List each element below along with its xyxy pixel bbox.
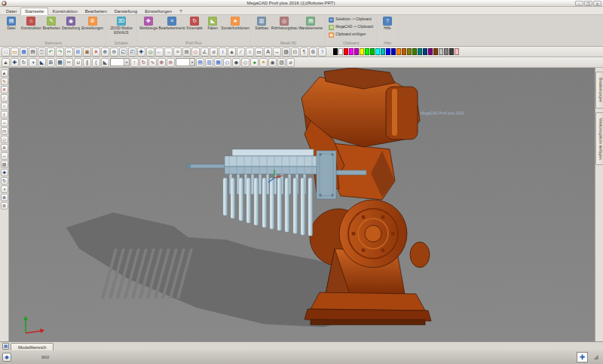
print-icon[interactable]: ▤ (29, 47, 37, 57)
arc-tool-icon[interactable]: ( (1, 111, 8, 118)
tab-bearbeiten[interactable]: Bearbeiten (81, 8, 111, 14)
color-swatch[interactable] (365, 48, 369, 55)
linewidth-combo[interactable]: ▾ (176, 58, 195, 66)
cut-icon[interactable]: ✂ (65, 47, 73, 57)
color-swatch[interactable] (338, 48, 343, 55)
zoom-in-icon[interactable]: ⊕ (101, 47, 109, 57)
minimize-button[interactable]: – (575, 1, 583, 6)
edit-element-icon[interactable]: ✎ (1, 78, 8, 85)
snap-icon[interactable]: ◇ (191, 47, 200, 57)
render-icon[interactable]: ● (250, 58, 259, 67)
sweep-icon[interactable]: ∿ (148, 58, 157, 67)
color-swatch[interactable] (412, 48, 417, 55)
delete-icon[interactable]: ✕ (92, 47, 100, 57)
layers-icon[interactable]: ≡ (173, 47, 182, 57)
ribbon-button-darstellung[interactable]: ◉Darstellung (61, 16, 81, 32)
color-swatch[interactable] (396, 48, 401, 55)
scale-icon[interactable]: ◣ (38, 58, 46, 67)
linewidth-combo-arrow-icon[interactable]: ▾ (189, 59, 194, 66)
ribbon-button-rohrleitungsbau[interactable]: ◎Rohrleitungsbau (271, 16, 298, 32)
next-view-icon[interactable]: → (164, 47, 173, 57)
linetype-combo-arrow-icon[interactable]: ▾ (124, 59, 129, 66)
color-swatch[interactable] (439, 48, 443, 55)
redraw-icon[interactable]: ◎ (146, 47, 155, 57)
join-icon[interactable]: ∪ (74, 58, 82, 67)
copy-icon[interactable]: ⊞ (74, 47, 82, 57)
grid-icon[interactable]: ▦ (182, 47, 191, 57)
array-icon[interactable]: ▦ (56, 58, 64, 67)
linetype-combo[interactable]: ▾ (110, 58, 130, 66)
ortho-icon[interactable]: ∠ (200, 47, 209, 57)
save-file-icon[interactable]: ▦ (20, 47, 28, 57)
mirror-tool-icon[interactable]: ◑ (1, 185, 8, 193)
zoom-all-icon[interactable]: ◰ (128, 47, 136, 57)
info-icon[interactable]: i (219, 47, 227, 57)
color-swatch[interactable] (449, 48, 454, 55)
ribbon-button-bearbeitenmenü[interactable]: ≡Bearbeitenmenü (158, 16, 185, 32)
boolean-subtract-icon[interactable]: ⊖ (167, 58, 175, 67)
color-swatch[interactable] (433, 48, 438, 55)
erase-icon[interactable]: ✕ (1, 86, 8, 93)
zoom-window-icon[interactable]: ◱ (119, 47, 127, 57)
offset-icon[interactable]: ∥ (83, 58, 91, 67)
measure-icon[interactable]: ⌀ (210, 47, 218, 57)
color-swatch[interactable] (349, 48, 354, 55)
help-icon[interactable]: ? (318, 47, 326, 57)
ribbon-button-hilfe[interactable]: ?Hilfe (378, 16, 396, 32)
view-side-icon[interactable]: ▦ (214, 58, 222, 67)
ribbon-button-stabbau[interactable]: ▥Stabbau (253, 16, 271, 32)
ribbon-button-einstellungen[interactable]: ⚙Einstellungen (81, 16, 104, 32)
group-icon[interactable]: ⊟ (291, 47, 299, 57)
status-home-icon[interactable]: ◆ (2, 353, 11, 362)
color-swatch[interactable] (386, 48, 390, 55)
rotate-tool-icon[interactable]: ↻ (1, 177, 8, 185)
color-swatch[interactable] (444, 48, 448, 55)
tab-datei[interactable]: Datei (2, 8, 20, 14)
tab-help[interactable]: ? (176, 8, 185, 14)
drawing-canvas[interactable]: MegaCAD Profi plus 2016 (9, 68, 595, 341)
navigate-icon[interactable]: ✚ (577, 352, 588, 362)
tab-konstruktion[interactable]: Konstruktion (48, 8, 81, 14)
ribbon-button-datei[interactable]: ▤Datei (2, 16, 20, 32)
color-swatch[interactable] (381, 48, 385, 55)
ribbon-button-falten[interactable]: ◣Falten (204, 16, 222, 32)
trim-icon[interactable]: ✂ (65, 58, 73, 67)
attributes-icon[interactable]: ¶ (300, 47, 308, 57)
color-swatch[interactable] (455, 48, 459, 55)
color-swatch[interactable] (375, 48, 380, 55)
side-tab-werkzeugleiste[interactable]: Werkzeugleiste einfügen (595, 112, 603, 166)
copy-element-icon[interactable]: ⊞ (47, 58, 55, 67)
ribbon-button-kinematik[interactable]: ↻Kinematik (185, 16, 204, 32)
paste-icon[interactable]: ▣ (83, 47, 91, 57)
section-icon[interactable]: ▨ (277, 58, 286, 67)
close-button[interactable]: ✕ (593, 1, 601, 6)
previous-view-icon[interactable]: ← (155, 47, 164, 57)
color-swatch[interactable] (423, 48, 427, 55)
settings-tool-icon[interactable]: ⚙ (1, 202, 8, 210)
ribbon-button-konstruktion[interactable]: ⌂Konstruktion (20, 16, 42, 32)
model-space-icon[interactable]: ▦ (2, 343, 9, 350)
boolean-union-icon[interactable]: ⊕ (158, 58, 166, 67)
tab-darstellung[interactable]: Darstellung (111, 8, 141, 14)
model-space-tab[interactable]: Modellbereich (11, 343, 54, 350)
line-icon[interactable]: ∕ (237, 47, 245, 57)
chamfer-icon[interactable]: ◣ (101, 58, 109, 67)
rotate-icon[interactable]: ↻ (20, 58, 28, 67)
move-icon[interactable]: ✚ (11, 58, 19, 67)
circle-tool-icon[interactable]: ○ (1, 102, 8, 110)
maximize-button[interactable]: ❐ (584, 1, 592, 6)
open-file-icon[interactable]: ▭ (11, 47, 19, 57)
color-swatch[interactable] (407, 48, 412, 55)
hatch-tool-icon[interactable]: ▨ (1, 161, 8, 168)
color-swatch[interactable] (391, 48, 396, 55)
camera-icon[interactable]: ◉ (268, 58, 277, 67)
mirror-icon[interactable]: ◑ (29, 58, 37, 67)
measure-3d-icon[interactable]: ⌀ (286, 58, 295, 67)
pointer-icon[interactable]: ▲ (1, 69, 8, 77)
rectangle-icon[interactable]: ▭ (255, 47, 263, 57)
color-swatch[interactable] (370, 48, 375, 55)
color-swatch[interactable] (402, 48, 406, 55)
move-tool-icon[interactable]: ✚ (1, 169, 8, 176)
ribbon-button-selektion-clipboard[interactable]: ✂Selektion -> Clipboard (327, 16, 375, 23)
ribbon-button-bearbeiten[interactable]: ✎Bearbeiten (42, 16, 61, 32)
